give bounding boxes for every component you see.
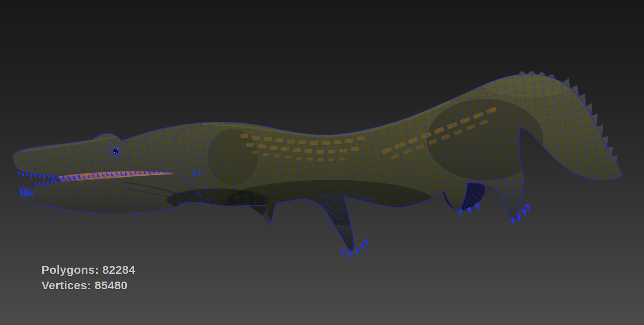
vertices-value: 85480 [95, 278, 128, 293]
vertices-label: Vertices: [42, 278, 91, 293]
polygons-label: Polygons: [42, 262, 99, 278]
model-stats: Polygons: 82284 Vertices: 85480 [42, 262, 135, 293]
wireframe-overlay [10, 70, 628, 264]
eye [107, 143, 125, 161]
polygons-value: 82284 [102, 262, 135, 278]
vertices-stat: Vertices: 85480 [42, 278, 135, 293]
polygons-stat: Polygons: 82284 [42, 262, 135, 278]
